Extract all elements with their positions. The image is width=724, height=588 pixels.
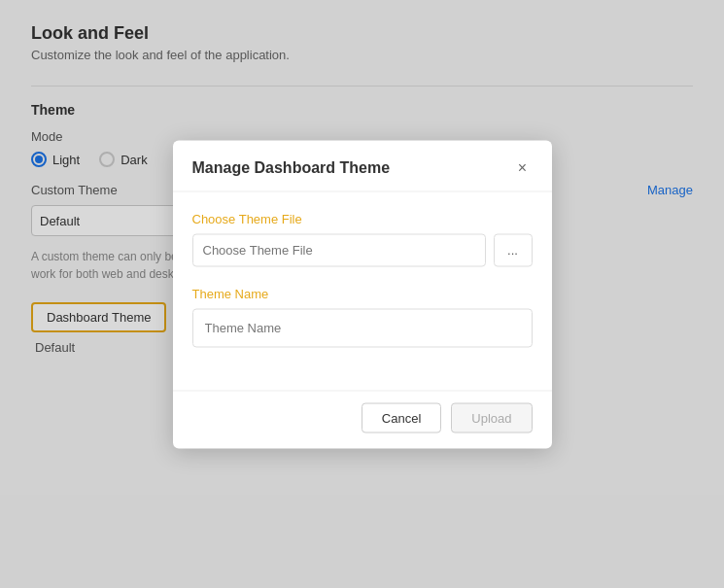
upload-button[interactable]: Upload xyxy=(451,402,532,432)
manage-theme-modal: Manage Dashboard Theme × Choose Theme Fi… xyxy=(173,140,552,448)
theme-name-input[interactable] xyxy=(192,308,533,347)
browse-button[interactable]: ... xyxy=(494,233,533,266)
choose-theme-file-input[interactable] xyxy=(192,233,486,266)
file-input-row: ... xyxy=(192,233,533,266)
modal-body: Choose Theme File ... Theme Name xyxy=(173,191,552,390)
modal-title: Manage Dashboard Theme xyxy=(192,158,391,176)
cancel-button[interactable]: Cancel xyxy=(362,402,441,432)
modal-header: Manage Dashboard Theme × xyxy=(173,140,552,191)
close-button[interactable]: × xyxy=(513,157,533,177)
modal-footer: Cancel Upload xyxy=(173,390,552,448)
choose-theme-label: Choose Theme File xyxy=(192,211,533,225)
theme-name-label: Theme Name xyxy=(192,286,533,300)
